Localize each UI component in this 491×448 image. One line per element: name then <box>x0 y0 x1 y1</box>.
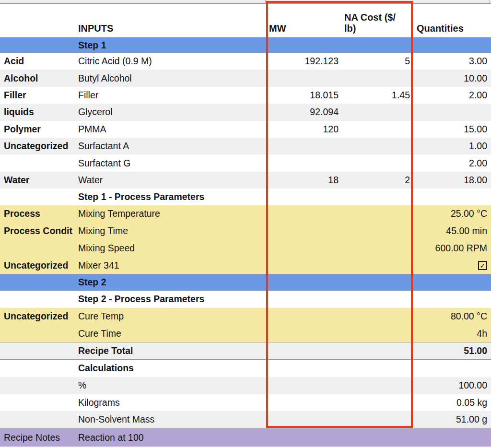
input-cell[interactable]: PMMA <box>77 121 266 138</box>
category-cell[interactable]: liquids <box>0 104 77 120</box>
input-cell[interactable]: Kilograms <box>77 394 266 411</box>
table-row: AcidCitric Acid (0.9 M)192.12353.00 <box>0 53 491 70</box>
table-row: Process ConditMixing Time45.00 min <box>0 223 491 240</box>
cost-cell[interactable] <box>340 429 412 447</box>
category-cell[interactable] <box>0 360 77 377</box>
category-cell[interactable] <box>0 377 77 394</box>
mw-cell[interactable] <box>266 429 340 447</box>
quantity-cell[interactable] <box>412 37 491 53</box>
quantity-cell[interactable] <box>412 291 491 308</box>
input-cell[interactable]: Calculations <box>77 360 266 377</box>
input-cell[interactable]: Step 2 <box>77 274 266 291</box>
category-cell[interactable] <box>0 394 77 411</box>
input-cell[interactable]: Mixing Speed <box>77 240 266 257</box>
quantity-cell[interactable]: 0.05 kg <box>412 394 491 411</box>
input-cell[interactable]: Water <box>77 172 266 189</box>
category-cell[interactable]: Uncategorized <box>0 308 77 325</box>
category-cell[interactable]: Filler <box>0 87 77 104</box>
input-cell[interactable]: Step 1 <box>77 37 266 53</box>
category-cell[interactable] <box>0 274 77 291</box>
quantity-cell[interactable]: 1.00 <box>412 138 491 154</box>
category-cell[interactable]: Alcohol <box>0 70 77 86</box>
table-row: FillerFiller18.0151.452.00 <box>0 87 491 104</box>
input-cell[interactable]: Cure Temp <box>77 308 266 325</box>
input-cell[interactable]: Surfactant A <box>77 138 266 154</box>
quantity-cell[interactable]: 51.00 <box>412 342 491 359</box>
quantity-cell[interactable]: 2.00 <box>412 87 491 104</box>
cell-border-tick <box>490 0 490 3</box>
header-cell-inputs[interactable]: INPUTS <box>77 4 266 37</box>
category-cell[interactable] <box>0 325 77 342</box>
column-header-row: INPUTS MW NA Cost ($/ lb) Quantities <box>0 4 491 37</box>
quantity-cell[interactable]: 10.00 <box>412 70 491 86</box>
quantity-cell[interactable]: 3.00 <box>412 53 491 70</box>
table-row: Step 2 <box>0 274 491 291</box>
table-row: Cure Time4h <box>0 325 491 342</box>
quantity-cell[interactable]: 600.00 RPM <box>412 240 491 257</box>
table-row: Recipe NotesReaction at 100 <box>0 428 491 447</box>
category-cell[interactable]: Acid <box>0 53 77 70</box>
table-row: AlcoholButyl Alcohol10.00 <box>0 70 491 86</box>
table-row: Non-Solvent Mass51.00 g <box>0 411 491 428</box>
quantity-cell[interactable]: 51.00 g <box>412 411 491 428</box>
input-cell[interactable]: Non-Solvent Mass <box>77 411 266 428</box>
table-row: Mixing Speed600.00 RPM <box>0 240 491 257</box>
table-row: Recipe Total51.00 <box>0 342 491 360</box>
quantity-cell[interactable] <box>412 104 491 120</box>
input-cell[interactable]: Glycerol <box>77 104 266 120</box>
category-cell[interactable] <box>0 240 77 257</box>
category-cell[interactable] <box>0 411 77 428</box>
quantity-cell[interactable]: 2.00 <box>412 154 491 171</box>
category-cell[interactable] <box>0 37 77 53</box>
quantity-cell[interactable]: 100.00 <box>412 377 491 394</box>
input-cell[interactable]: Mixer 341 <box>77 257 266 274</box>
category-cell[interactable]: Recipe Notes <box>0 429 77 447</box>
quantity-cell[interactable]: 15.00 <box>412 121 491 138</box>
partial-row-above <box>0 0 491 4</box>
table-row: Kilograms0.05 kg <box>0 394 491 411</box>
header-cell-quantities[interactable]: Quantities <box>412 4 491 37</box>
input-cell[interactable]: % <box>77 377 266 394</box>
category-cell[interactable]: Polymer <box>0 121 77 138</box>
quantity-cell[interactable]: 18.00 <box>412 172 491 189</box>
input-cell[interactable]: Mixing Time <box>77 223 266 240</box>
category-cell[interactable]: Uncategorized <box>0 138 77 154</box>
category-cell[interactable] <box>0 154 77 171</box>
input-cell[interactable]: Reaction at 100 <box>77 429 266 447</box>
quantity-cell[interactable] <box>412 274 491 291</box>
table-row: UncategorizedCure Temp80.00 °C <box>0 308 491 325</box>
input-cell[interactable]: Mixing Temperature <box>77 205 266 223</box>
quantity-cell[interactable]: 25.00 °C <box>412 205 491 223</box>
category-cell[interactable] <box>0 291 77 308</box>
table-row: UncategorizedMixer 341✓ <box>0 257 491 274</box>
table-row: Step 1 <box>0 37 491 53</box>
checkbox-checked-icon[interactable]: ✓ <box>478 261 487 270</box>
input-cell[interactable]: Recipe Total <box>77 342 266 359</box>
category-cell[interactable]: Water <box>0 172 77 189</box>
quantity-cell[interactable]: ✓ <box>412 257 491 274</box>
cell-border-tick <box>265 0 266 3</box>
quantity-cell[interactable] <box>412 429 491 447</box>
input-cell[interactable]: Surfactant G <box>77 154 266 171</box>
category-cell[interactable]: Process <box>0 205 77 223</box>
annotation-rectangle[interactable] <box>266 1 413 428</box>
table-row: Surfactant G2.00 <box>0 154 491 171</box>
category-cell[interactable] <box>0 342 77 359</box>
category-cell[interactable]: Process Condit <box>0 223 77 240</box>
table-row: WaterWater18218.00 <box>0 172 491 189</box>
quantity-cell[interactable]: 45.00 min <box>412 223 491 240</box>
category-cell[interactable]: Uncategorized <box>0 257 77 274</box>
quantity-cell[interactable]: 4h <box>412 325 491 342</box>
input-cell[interactable]: Step 1 - Process Parameters <box>77 189 266 205</box>
input-cell[interactable]: Cure Time <box>77 325 266 342</box>
input-cell[interactable]: Butyl Alcohol <box>77 70 266 86</box>
input-cell[interactable]: Citric Acid (0.9 M) <box>77 53 266 70</box>
table-row: %100.00 <box>0 377 491 394</box>
category-cell[interactable] <box>0 189 77 205</box>
quantity-cell[interactable] <box>412 189 491 205</box>
quantity-cell[interactable] <box>412 360 491 377</box>
input-cell[interactable]: Filler <box>77 87 266 104</box>
quantity-cell[interactable]: 80.00 °C <box>412 308 491 325</box>
input-cell[interactable]: Step 2 - Process Parameters <box>77 291 266 308</box>
header-cell-category[interactable] <box>0 4 77 37</box>
